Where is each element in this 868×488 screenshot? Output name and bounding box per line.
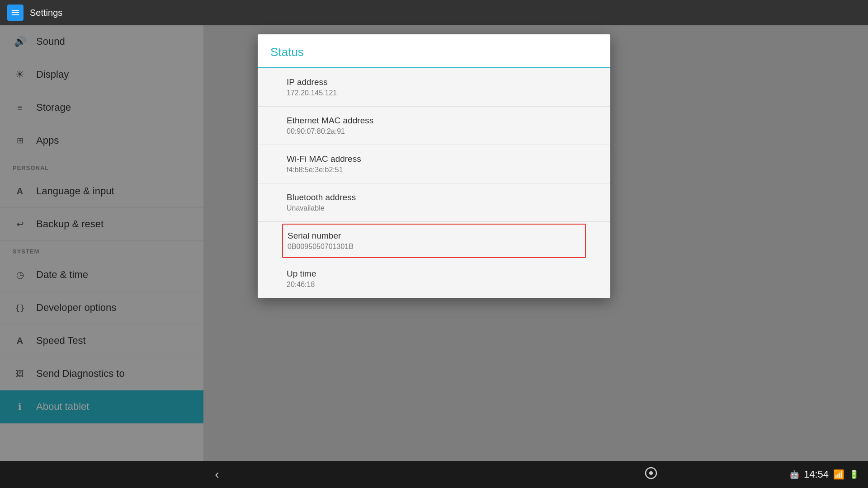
status-row-wifi-mac: Wi-Fi MAC address f4:b8:5e:3e:b2:51	[258, 145, 610, 183]
status-right: 🤖 14:54 📶 🔋	[789, 461, 859, 488]
dialog-header: Status	[258, 34, 610, 68]
ethernet-mac-label: Ethernet MAC address	[287, 116, 581, 126]
svg-point-1	[649, 471, 653, 475]
back-icon: ‹	[215, 467, 219, 482]
bottom-bar-inner: ‹ 🤖 14:54 📶 🔋	[0, 461, 868, 488]
serial-label: Serial number	[288, 231, 580, 241]
status-row-uptime: Up time 20:46:18	[258, 260, 610, 298]
status-row-ip: IP address 172.20.145.121	[258, 68, 610, 107]
wifi-mac-value: f4:b8:5e:3e:b2:51	[287, 166, 581, 174]
bluetooth-label: Bluetooth address	[287, 192, 581, 202]
app-icon	[7, 5, 24, 21]
wifi-mac-label: Wi-Fi MAC address	[287, 154, 581, 164]
home-icon	[645, 467, 657, 483]
ethernet-mac-value: 00:90:07:80:2a:91	[287, 127, 581, 136]
dialog-body[interactable]: IP address 172.20.145.121 Ethernet MAC a…	[258, 68, 610, 298]
top-bar: Settings	[0, 0, 868, 25]
uptime-label: Up time	[287, 269, 581, 279]
ip-value: 172.20.145.121	[287, 89, 581, 97]
uptime-value: 20:46:18	[287, 281, 581, 289]
status-dialog: Status IP address 172.20.145.121 Etherne…	[258, 34, 610, 298]
bottom-bar: ‹ 🤖 14:54 📶 🔋	[0, 461, 868, 488]
bluetooth-value: Unavailable	[287, 204, 581, 212]
wifi-icon: 📶	[833, 469, 844, 480]
android-icon: 🤖	[789, 469, 799, 479]
dialog-overlay: Status IP address 172.20.145.121 Etherne…	[0, 25, 868, 461]
settings-icon	[10, 8, 20, 18]
battery-icon: 🔋	[849, 469, 859, 479]
ip-label: IP address	[287, 77, 581, 87]
app-title: Settings	[30, 8, 62, 18]
status-row-serial: Serial number 0B0095050701301B	[282, 224, 586, 258]
back-button[interactable]: ‹	[0, 461, 434, 488]
status-row-ethernet-mac: Ethernet MAC address 00:90:07:80:2a:91	[258, 107, 610, 145]
clock-display: 14:54	[804, 469, 829, 480]
serial-value: 0B0095050701301B	[288, 243, 580, 251]
dialog-title: Status	[270, 45, 304, 59]
status-row-bluetooth: Bluetooth address Unavailable	[258, 183, 610, 222]
